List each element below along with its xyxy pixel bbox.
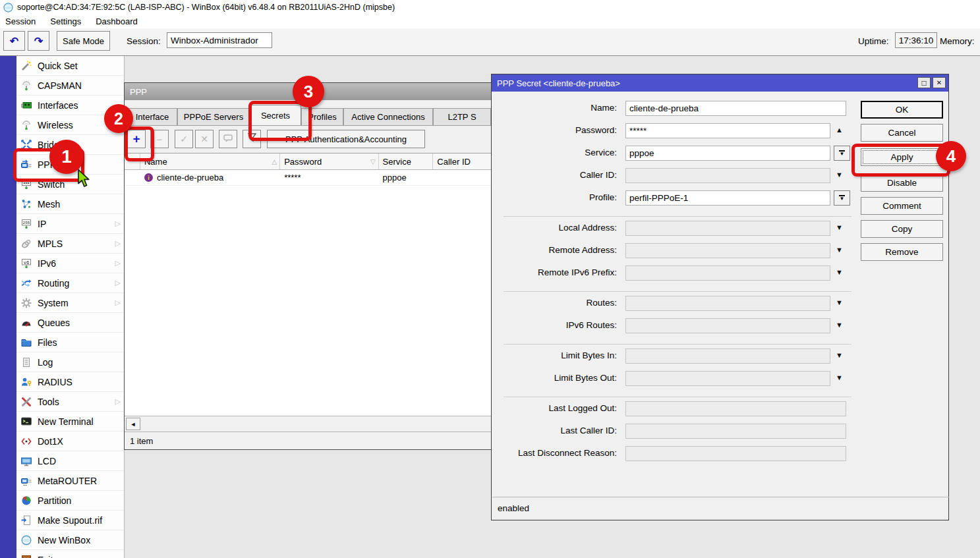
- undo-button[interactable]: ↶: [3, 31, 25, 51]
- sidebar-item-lcd[interactable]: LCD: [16, 451, 124, 471]
- sidebar-item-radius[interactable]: RADIUS: [16, 372, 124, 392]
- ok-button[interactable]: OK: [861, 101, 943, 119]
- service-dropdown-button[interactable]: ▼: [834, 146, 850, 161]
- dropdown-arrow-icon[interactable]: ▼: [836, 298, 843, 306]
- copy-button[interactable]: Copy: [861, 220, 943, 238]
- last-caller-id-input: [625, 424, 846, 439]
- dropdown-arrow-icon[interactable]: ▼: [836, 268, 843, 276]
- ipv6-routes-input[interactable]: [625, 318, 830, 333]
- session-input[interactable]: Winbox-Administrador: [167, 32, 272, 48]
- dropdown-arrow-icon[interactable]: ▼: [836, 223, 843, 231]
- remote-ipv6-prefix-input[interactable]: [625, 265, 830, 281]
- comment-button[interactable]: Comment: [861, 197, 943, 215]
- collapse-arrow-icon[interactable]: ▲: [836, 126, 843, 134]
- comment-button[interactable]: [219, 130, 237, 148]
- annotation-box-secrets: [248, 101, 312, 141]
- sidebar-item-dot1x[interactable]: Dot1X: [16, 432, 124, 451]
- close-button[interactable]: ✕: [933, 77, 946, 88]
- service-input[interactable]: pppoe: [625, 146, 830, 161]
- cross-icon: ✕: [200, 134, 208, 144]
- sidebar-item-metarouter[interactable]: MetaROUTER: [16, 471, 124, 491]
- tab-pppoe-servers[interactable]: PPPoE Servers: [177, 108, 250, 125]
- main-toolbar: ↶ ↷ Safe Mode Session: Winbox-Administra…: [0, 28, 980, 56]
- sidebar-item-make-supout[interactable]: Make Supout.rif: [16, 511, 124, 530]
- exit-icon: [20, 554, 33, 558]
- antenna-icon: [20, 80, 33, 92]
- uptime-label: Uptime:: [858, 36, 889, 46]
- svg-text:255: 255: [23, 221, 30, 225]
- submenu-arrow-icon: ▷: [115, 219, 121, 228]
- sidebar-item-exit[interactable]: Exit: [16, 550, 124, 558]
- sidebar-item-capsman[interactable]: CAPsMAN: [16, 76, 124, 96]
- sidebar-item-new-winbox[interactable]: New WinBox: [16, 530, 124, 550]
- safe-mode-button[interactable]: Safe Mode: [57, 31, 110, 51]
- name-input[interactable]: cliente-de-prueba: [625, 101, 846, 116]
- sidebar-item-tools[interactable]: Tools▷: [16, 392, 124, 412]
- remove-button[interactable]: Remove: [861, 243, 943, 261]
- sidebar-item-new-terminal[interactable]: New Terminal: [16, 412, 124, 432]
- sidebar-menu: Quick Set CAPsMAN Interfaces Wireless Br…: [16, 56, 124, 558]
- tab-l2tp-secrets[interactable]: L2TP S: [433, 108, 491, 125]
- annotation-box-apply: [851, 144, 950, 177]
- maximize-button[interactable]: □: [917, 77, 931, 88]
- sidebar-item-queues[interactable]: Queues: [16, 313, 124, 333]
- dialog-title: PPP Secret <cliente-de-prueba>: [497, 78, 620, 88]
- user-key-icon: [20, 376, 33, 388]
- remote-address-input[interactable]: [625, 243, 830, 258]
- local-address-input[interactable]: [625, 221, 830, 236]
- network-card-icon: [20, 99, 33, 111]
- separator: [504, 397, 851, 397]
- cancel-button[interactable]: Cancel: [861, 124, 943, 142]
- sidebar-item-ip[interactable]: 255IP▷: [16, 214, 124, 234]
- sidebar-item-routing[interactable]: Routing▷: [16, 273, 124, 293]
- sidebar-item-mesh[interactable]: Mesh: [16, 194, 124, 214]
- dropdown-arrow-icon[interactable]: ▼: [836, 374, 843, 381]
- limit-bytes-out-input[interactable]: [625, 371, 830, 386]
- dropdown-arrow-icon[interactable]: ▼: [836, 171, 843, 179]
- gear-icon: [20, 297, 33, 309]
- disable-button[interactable]: ✕: [195, 130, 214, 148]
- winbox-app: soporte@C4:AD:34:7E:92:5C (LAB-ISP-ABC) …: [0, 0, 980, 558]
- menu-session[interactable]: Session: [5, 16, 36, 26]
- lcd-screen-icon: [20, 455, 33, 467]
- routes-input[interactable]: [625, 296, 830, 311]
- sidebar-item-system[interactable]: System▷: [16, 293, 124, 313]
- dropdown-arrow-icon[interactable]: ▼: [836, 321, 843, 329]
- tab-interface[interactable]: Interface: [127, 108, 177, 125]
- sidebar-item-ipv6[interactable]: v6IPv6▷: [16, 254, 124, 273]
- sidebar-item-quick-set[interactable]: Quick Set: [16, 56, 124, 76]
- menu-settings[interactable]: Settings: [50, 16, 81, 26]
- sidebar-item-files[interactable]: Files: [16, 333, 124, 352]
- disable-button[interactable]: Disable: [861, 174, 943, 192]
- profile-dropdown-button[interactable]: ▼: [834, 190, 850, 206]
- horizontal-scrollbar[interactable]: ◄: [125, 416, 492, 432]
- uptime-value: 17:36:10: [895, 32, 937, 48]
- sidebar-item-partition[interactable]: Partition: [16, 491, 124, 511]
- dropdown-arrow-icon[interactable]: ▼: [836, 246, 843, 254]
- password-input[interactable]: *****: [625, 123, 830, 138]
- enable-button[interactable]: ✓: [175, 130, 193, 148]
- menu-dashboard[interactable]: Dashboard: [96, 16, 138, 26]
- ipv6-icon: v6: [20, 258, 33, 269]
- sort-asc-icon: △: [272, 158, 277, 165]
- field-row-ipv6-routes: IPv6 Routes: ▼: [497, 318, 938, 334]
- column-header-name[interactable]: Name△: [140, 153, 280, 169]
- window-titlebar: soporte@C4:AD:34:7E:92:5C (LAB-ISP-ABC) …: [0, 0, 980, 14]
- limit-bytes-in-input[interactable]: [625, 349, 830, 364]
- sidebar-item-log[interactable]: Log: [16, 352, 124, 372]
- scroll-left-button[interactable]: ◄: [126, 418, 140, 430]
- column-header-service[interactable]: Service: [379, 153, 434, 169]
- column-header-password[interactable]: Password▽: [280, 153, 378, 169]
- caller-id-input[interactable]: [625, 168, 830, 183]
- table-row[interactable]: icliente-de-prueba ***** pppoe: [125, 170, 492, 186]
- column-header-caller-id[interactable]: Caller ID: [433, 153, 492, 169]
- tab-active-connections[interactable]: Active Connections: [343, 108, 433, 125]
- profile-input[interactable]: perfil-PPPoE-1: [625, 190, 830, 206]
- dialog-titlebar[interactable]: PPP Secret <cliente-de-prueba>: [492, 74, 948, 92]
- sidebar-item-mpls[interactable]: MPLS▷: [16, 234, 124, 254]
- dropdown-arrow-icon[interactable]: ▼: [836, 351, 843, 359]
- last-logged-out-input: [625, 401, 846, 416]
- annotation-box-add: [125, 126, 154, 161]
- annotation-step-4: 4: [936, 141, 966, 171]
- redo-button[interactable]: ↷: [28, 31, 49, 51]
